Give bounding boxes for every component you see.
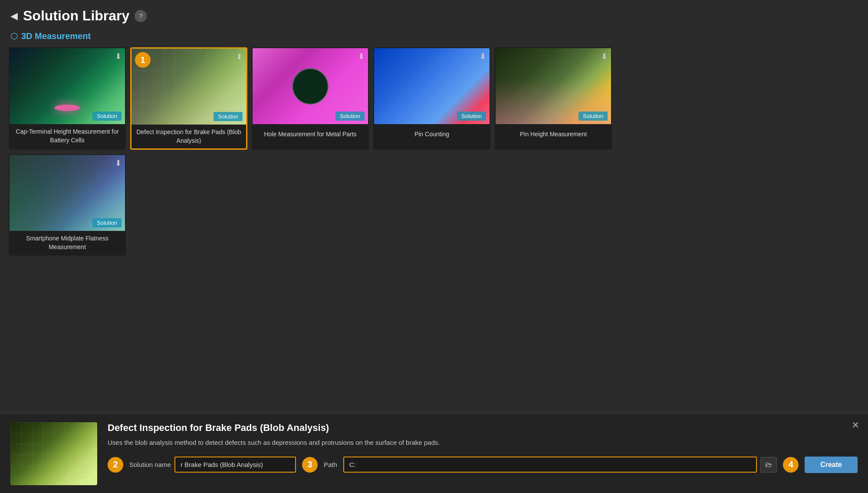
card-pin-counting[interactable]: ⬇ Solution Pin Counting (373, 47, 490, 150)
path-input[interactable] (343, 457, 757, 473)
grid-row-1: ⬇ Solution Cap-Terminal Height Measureme… (9, 47, 859, 150)
panel-description: Uses the blob analysis method to detect … (108, 438, 858, 448)
solution-badge-4: Solution (457, 112, 486, 121)
create-button[interactable]: Create (805, 457, 858, 473)
category-row: ⬡ 3D Measurement (0, 28, 868, 47)
badge-number-2: 2 (108, 457, 123, 473)
category-label[interactable]: 3D Measurement (21, 31, 91, 41)
download-icon-3: ⬇ (358, 52, 365, 61)
download-icon-1: ⬇ (115, 52, 122, 61)
card-grid: ⬇ Solution Cap-Terminal Height Measureme… (0, 47, 868, 256)
card-label-1: Cap-Terminal Height Measurement for Batt… (10, 124, 125, 148)
solution-badge-1: Solution (92, 112, 122, 121)
category-icon: ⬡ (10, 31, 18, 41)
card-hole-measurement[interactable]: ⬇ Solution Hole Measurement for Metal Pa… (252, 47, 369, 150)
download-icon-5: ⬇ (601, 52, 608, 61)
panel-content: Defect Inspection for Brake Pads (Blob A… (10, 422, 858, 485)
panel-close-button[interactable]: ✕ (852, 420, 859, 431)
badge-number-1: 1 (135, 52, 151, 68)
card-label-6: Smartphone Midplate Flatness Measurement (10, 231, 125, 255)
solution-name-input[interactable] (174, 457, 296, 473)
back-button[interactable]: ◀ (10, 10, 18, 22)
panel-thumbnail (10, 422, 97, 485)
solution-name-label: Solution name (129, 461, 171, 468)
download-icon-6: ⬇ (115, 158, 122, 168)
folder-browse-button[interactable]: 🗁 (760, 457, 777, 473)
solution-name-group: Solution name (129, 457, 296, 473)
solution-badge-6: Solution (92, 218, 122, 227)
solution-badge-2: Solution (214, 112, 243, 121)
card-label-3: Hole Measurement for Metal Parts (253, 124, 368, 145)
card-label-4: Pin Counting (374, 124, 490, 145)
card-defect-inspection[interactable]: 1 ⬇ Solution Defect Inspection for Brake… (130, 47, 247, 150)
solution-badge-3: Solution (335, 112, 365, 121)
panel-title: Defect Inspection for Brake Pads (Blob A… (108, 422, 858, 434)
panel-info: Defect Inspection for Brake Pads (Blob A… (108, 422, 858, 473)
download-icon-4: ⬇ (480, 52, 486, 61)
solution-badge-5: Solution (579, 112, 608, 121)
badge-number-3: 3 (302, 457, 318, 473)
badge-number-4: 4 (783, 457, 799, 473)
header: ◀ Solution Library ? (0, 0, 868, 28)
detail-panel: ✕ Defect Inspection for Brake Pads (Blob… (0, 413, 868, 493)
grid-row-2: ⬇ Solution Smartphone Midplate Flatness … (9, 154, 859, 256)
path-label: Path (324, 461, 337, 468)
download-icon-2: ⬇ (236, 52, 243, 62)
path-group: 🗁 (343, 457, 777, 473)
card-label-5: Pin Height Measurement (496, 124, 611, 145)
card-cap-terminal[interactable]: ⬇ Solution Cap-Terminal Height Measureme… (9, 47, 126, 150)
card-label-2: Defect Inspection for Brake Pads (Blob A… (132, 125, 246, 148)
card-pin-height[interactable]: ⬇ Solution Pin Height Measurement (495, 47, 612, 150)
help-button[interactable]: ? (135, 10, 147, 22)
card-smartphone[interactable]: ⬇ Solution Smartphone Midplate Flatness … (9, 154, 126, 256)
page-title: Solution Library (23, 8, 129, 24)
panel-form-row: 2 Solution name 3 Path 🗁 4 Create (108, 457, 858, 473)
